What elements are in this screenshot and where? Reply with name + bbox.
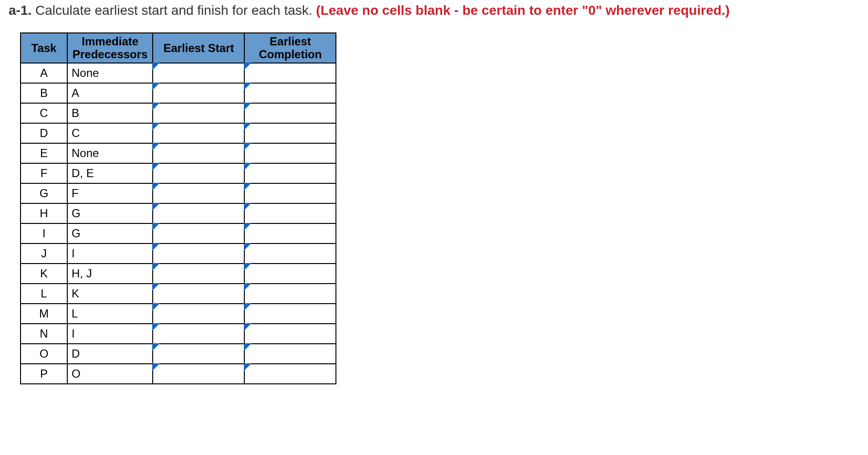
cell-earliest-completion [244,324,336,344]
earliest-start-input[interactable] [153,164,244,183]
cell-earliest-start [153,223,244,243]
earliest-start-input[interactable] [153,324,244,343]
cell-earliest-completion [244,264,336,284]
table-row: ML [21,304,336,324]
cell-predecessors: F [67,183,153,203]
cell-predecessors: L [67,304,153,324]
earliest-completion-input[interactable] [245,344,335,363]
earliest-start-input[interactable] [153,104,244,123]
table-row: ANone [21,63,336,83]
earliest-start-input[interactable] [153,224,244,243]
cell-earliest-start [153,123,244,143]
header-earliest-start: Earliest Start [153,33,244,63]
earliest-start-input[interactable] [153,204,244,223]
cell-task: A [21,63,67,83]
table-body: ANoneBACBDCENoneFD, EGFHGIGJIKH, JLKMLNI… [21,63,336,384]
cell-earliest-start [153,364,244,384]
earliest-completion-input[interactable] [245,244,335,263]
cell-task: H [21,203,67,223]
cell-predecessors: None [67,143,153,163]
earliest-start-input[interactable] [153,244,244,263]
cell-task: J [21,243,67,264]
table-row: KH, J [21,264,336,284]
question-number: a-1. [9,3,31,18]
earliest-completion-input[interactable] [245,124,335,143]
cell-earliest-completion [244,304,336,324]
cell-task: D [21,123,67,143]
cell-earliest-start [153,344,244,364]
header-task: Task [21,33,67,63]
earliest-start-input[interactable] [153,63,244,83]
table-row: NI [21,324,336,344]
table-row: PO [21,364,336,384]
earliest-completion-input[interactable] [245,264,335,283]
header-earliest-completion: Earliest Completion [244,33,336,63]
cell-earliest-start [153,63,244,83]
cell-predecessors: D, E [67,163,153,183]
cell-predecessors: C [67,123,153,143]
header-predecessors: Immediate Predecessors [67,33,153,63]
earliest-start-input[interactable] [153,184,244,203]
earliest-completion-input[interactable] [245,324,335,343]
earliest-completion-input[interactable] [245,144,335,163]
earliest-start-input[interactable] [153,124,244,143]
cell-earliest-completion [244,183,336,203]
cell-earliest-completion [244,203,336,223]
earliest-start-input[interactable] [153,264,244,283]
table-row: LK [21,284,336,304]
earliest-completion-input[interactable] [245,304,335,323]
earliest-completion-input[interactable] [245,184,335,203]
cell-task: L [21,284,67,304]
cell-predecessors: G [67,203,153,223]
cell-task: G [21,183,67,203]
cell-predecessors: K [67,284,153,304]
cell-earliest-start [153,143,244,163]
cell-predecessors: O [67,364,153,384]
cell-earliest-completion [244,103,336,123]
cell-earliest-completion [244,123,336,143]
earliest-completion-input[interactable] [245,164,335,183]
question-warning: (Leave no cells blank - be certain to en… [316,3,730,18]
earliest-start-input[interactable] [153,364,244,383]
earliest-completion-input[interactable] [245,104,335,123]
table-row: HG [21,203,336,223]
cell-earliest-start [153,83,244,103]
cell-predecessors: None [67,63,153,83]
cell-earliest-start [153,243,244,264]
cell-predecessors: I [67,243,153,264]
cell-predecessors: G [67,223,153,243]
cell-earliest-start [153,163,244,183]
table-header: Task Immediate Predecessors Earliest Sta… [21,33,336,63]
earliest-completion-input[interactable] [245,204,335,223]
cell-earliest-start [153,183,244,203]
task-table: Task Immediate Predecessors Earliest Sta… [20,32,336,384]
cell-predecessors: B [67,103,153,123]
cell-earliest-completion [244,143,336,163]
cell-earliest-start [153,284,244,304]
cell-earliest-completion [244,83,336,103]
earliest-completion-input[interactable] [245,224,335,243]
earliest-completion-input[interactable] [245,84,335,103]
question-container: a-1. Calculate earliest start and finish… [0,0,868,384]
earliest-completion-input[interactable] [245,284,335,303]
earliest-start-input[interactable] [153,344,244,363]
cell-earliest-completion [244,223,336,243]
table-row: ENone [21,143,336,163]
cell-earliest-completion [244,163,336,183]
cell-earliest-completion [244,284,336,304]
earliest-start-input[interactable] [153,304,244,323]
cell-earliest-start [153,324,244,344]
cell-earliest-start [153,304,244,324]
earliest-start-input[interactable] [153,144,244,163]
cell-task: N [21,324,67,344]
table-row: BA [21,83,336,103]
cell-task: C [21,103,67,123]
earliest-start-input[interactable] [153,284,244,303]
question-instruction: Calculate earliest start and finish for … [35,3,313,18]
earliest-start-input[interactable] [153,84,244,103]
cell-task: E [21,143,67,163]
earliest-completion-input[interactable] [245,364,335,383]
earliest-completion-input[interactable] [245,63,335,83]
cell-predecessors: A [67,83,153,103]
cell-task: M [21,304,67,324]
